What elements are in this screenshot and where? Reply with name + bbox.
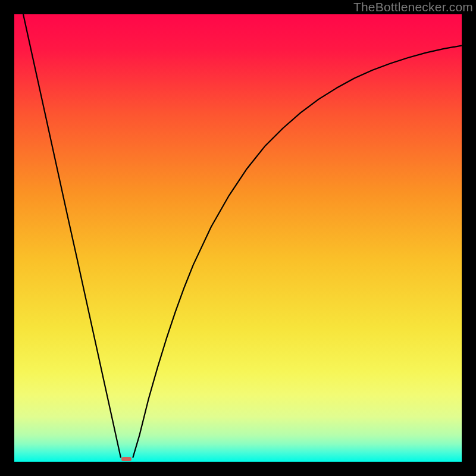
bottleneck-curve [14,14,462,462]
bottleneck-right-path [133,46,462,458]
bottleneck-left-path [23,14,121,458]
optimal-point-marker [121,457,131,461]
watermark-text: TheBottlenecker.com [353,0,473,14]
chart-frame: TheBottlenecker.com [0,0,476,476]
plot-area [14,14,462,462]
